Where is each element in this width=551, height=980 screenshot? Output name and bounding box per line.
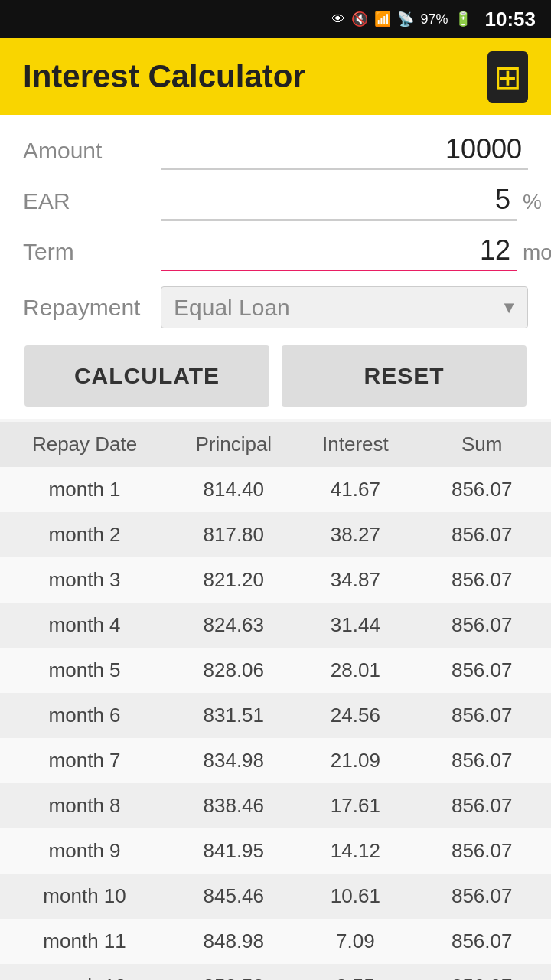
battery-charging-icon: 🔋 bbox=[455, 11, 471, 28]
cell-date: month 10 bbox=[0, 874, 169, 919]
ear-input[interactable] bbox=[161, 181, 517, 220]
col-header-repay-date: Repay Date bbox=[0, 422, 169, 467]
repayment-select-wrap: Equal Loan Equal Principal Bullet ▼ bbox=[161, 286, 528, 328]
term-row: Term mo. bbox=[23, 231, 528, 274]
cell-sum: 856.07 bbox=[412, 648, 551, 693]
col-header-interest: Interest bbox=[298, 422, 412, 467]
cell-date: month 6 bbox=[0, 693, 169, 738]
cell-date: month 5 bbox=[0, 648, 169, 693]
calculator-icon[interactable]: ⊞ bbox=[487, 51, 528, 103]
cell-date: month 7 bbox=[0, 738, 169, 783]
table-row: month 1 814.40 41.67 856.07 bbox=[0, 467, 551, 512]
app-title: Interest Calculator bbox=[23, 58, 305, 95]
table-header-row: Repay Date Principal Interest Sum bbox=[0, 422, 551, 467]
ear-label: EAR bbox=[23, 188, 161, 220]
table-row: month 12 852.52 3.55 856.07 bbox=[0, 964, 551, 980]
repayment-row: Repayment Equal Loan Equal Principal Bul… bbox=[23, 282, 528, 333]
repayment-label: Repayment bbox=[23, 295, 161, 321]
cell-interest: 28.01 bbox=[298, 648, 412, 693]
status-icons: 👁 🔇 📶 📡 97% 🔋 bbox=[331, 11, 471, 28]
reset-button[interactable]: RESET bbox=[282, 345, 527, 407]
cell-date: month 11 bbox=[0, 919, 169, 964]
table-row: month 11 848.98 7.09 856.07 bbox=[0, 919, 551, 964]
table-row: month 2 817.80 38.27 856.07 bbox=[0, 512, 551, 557]
cell-interest: 38.27 bbox=[298, 512, 412, 557]
table-row: month 4 824.63 31.44 856.07 bbox=[0, 603, 551, 648]
cell-date: month 4 bbox=[0, 603, 169, 648]
amount-input[interactable] bbox=[161, 130, 528, 170]
battery-indicator: 97% bbox=[420, 11, 448, 28]
cell-sum: 856.07 bbox=[412, 738, 551, 783]
cell-sum: 856.07 bbox=[412, 783, 551, 828]
cell-sum: 856.07 bbox=[412, 828, 551, 874]
table-row: month 8 838.46 17.61 856.07 bbox=[0, 783, 551, 828]
cell-sum: 856.07 bbox=[412, 603, 551, 648]
cell-principal: 821.20 bbox=[169, 557, 298, 603]
cell-interest: 24.56 bbox=[298, 693, 412, 738]
repayment-select[interactable]: Equal Loan Equal Principal Bullet bbox=[161, 286, 528, 328]
cell-date: month 2 bbox=[0, 512, 169, 557]
cell-sum: 856.07 bbox=[412, 557, 551, 603]
term-input[interactable] bbox=[161, 231, 517, 271]
table-row: month 3 821.20 34.87 856.07 bbox=[0, 557, 551, 603]
cell-date: month 12 bbox=[0, 964, 169, 980]
col-header-sum: Sum bbox=[412, 422, 551, 467]
ear-unit: % bbox=[523, 190, 542, 220]
cell-principal: 838.46 bbox=[169, 783, 298, 828]
cell-principal: 814.40 bbox=[169, 467, 298, 512]
cell-principal: 828.06 bbox=[169, 648, 298, 693]
cell-principal: 848.98 bbox=[169, 919, 298, 964]
table-row: month 9 841.95 14.12 856.07 bbox=[0, 828, 551, 874]
cell-interest: 34.87 bbox=[298, 557, 412, 603]
form-area: Amount EAR % Term mo. Repayment Equal Lo… bbox=[0, 115, 551, 419]
clock: 10:53 bbox=[485, 8, 536, 31]
cell-interest: 41.67 bbox=[298, 467, 412, 512]
ear-row: EAR % bbox=[23, 181, 528, 224]
cell-principal: 817.80 bbox=[169, 512, 298, 557]
cell-interest: 7.09 bbox=[298, 919, 412, 964]
results-table-wrap: Repay Date Principal Interest Sum month … bbox=[0, 422, 551, 980]
table-row: month 6 831.51 24.56 856.07 bbox=[0, 693, 551, 738]
cell-principal: 841.95 bbox=[169, 828, 298, 874]
cell-principal: 852.52 bbox=[169, 964, 298, 980]
amount-row: Amount bbox=[23, 130, 528, 173]
app-bar: Interest Calculator ⊞ bbox=[0, 38, 551, 115]
calculate-button[interactable]: CALCULATE bbox=[24, 345, 269, 407]
eye-off-icon: 👁 bbox=[331, 11, 345, 28]
cell-interest: 21.09 bbox=[298, 738, 412, 783]
col-header-principal: Principal bbox=[169, 422, 298, 467]
cell-principal: 845.46 bbox=[169, 874, 298, 919]
cell-sum: 856.07 bbox=[412, 874, 551, 919]
cell-date: month 1 bbox=[0, 467, 169, 512]
signal-icon: 📡 bbox=[397, 11, 414, 28]
cell-date: month 8 bbox=[0, 783, 169, 828]
cell-interest: 31.44 bbox=[298, 603, 412, 648]
term-label: Term bbox=[23, 239, 161, 271]
cell-sum: 856.07 bbox=[412, 693, 551, 738]
cell-principal: 831.51 bbox=[169, 693, 298, 738]
cell-sum: 856.07 bbox=[412, 512, 551, 557]
table-row: month 7 834.98 21.09 856.07 bbox=[0, 738, 551, 783]
table-row: month 10 845.46 10.61 856.07 bbox=[0, 874, 551, 919]
cell-interest: 17.61 bbox=[298, 783, 412, 828]
ear-input-wrap: % bbox=[161, 181, 542, 220]
cell-sum: 856.07 bbox=[412, 964, 551, 980]
cell-interest: 14.12 bbox=[298, 828, 412, 874]
table-row: month 5 828.06 28.01 856.07 bbox=[0, 648, 551, 693]
cell-sum: 856.07 bbox=[412, 919, 551, 964]
cell-interest: 10.61 bbox=[298, 874, 412, 919]
cell-date: month 3 bbox=[0, 557, 169, 603]
status-bar: 👁 🔇 📶 📡 97% 🔋 10:53 bbox=[0, 0, 551, 38]
cell-principal: 834.98 bbox=[169, 738, 298, 783]
cell-date: month 9 bbox=[0, 828, 169, 874]
term-input-wrap: mo. bbox=[161, 231, 551, 271]
term-unit: mo. bbox=[523, 240, 551, 271]
amount-input-wrap bbox=[161, 130, 528, 170]
mute-icon: 🔇 bbox=[351, 11, 368, 28]
button-row: CALCULATE RESET bbox=[23, 345, 528, 407]
cell-sum: 856.07 bbox=[412, 467, 551, 512]
results-table: Repay Date Principal Interest Sum month … bbox=[0, 422, 551, 980]
wifi-icon: 📶 bbox=[374, 11, 391, 28]
cell-interest: 3.55 bbox=[298, 964, 412, 980]
amount-label: Amount bbox=[23, 138, 161, 170]
